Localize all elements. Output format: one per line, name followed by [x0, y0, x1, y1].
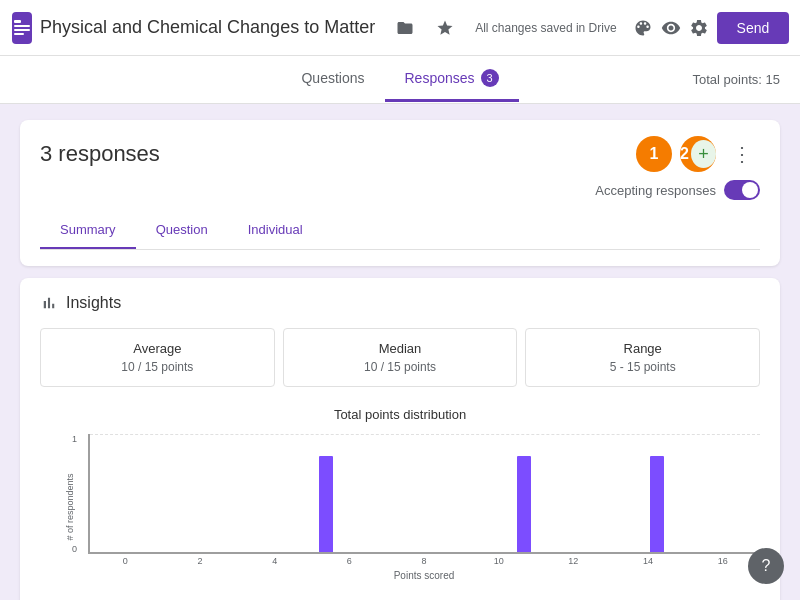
summary-tabs: Summary Question Individual	[40, 212, 760, 250]
median-label: Median	[296, 341, 505, 356]
tab-question[interactable]: Question	[136, 212, 228, 249]
chart-area: 1 0	[88, 434, 760, 554]
average-label: Average	[53, 341, 262, 356]
x-tick-2: 2	[163, 556, 238, 566]
app-logo	[12, 12, 32, 44]
annotation-badge-2[interactable]: 2 +	[680, 136, 716, 172]
bar-col-2	[160, 434, 226, 552]
bar-col-16	[690, 434, 756, 552]
x-tick-12: 12	[536, 556, 611, 566]
svg-rect-2	[14, 29, 30, 31]
total-points: Total points: 15	[693, 72, 780, 87]
response-actions: 1 2 + ⋮	[636, 136, 760, 172]
bar-14	[650, 456, 664, 552]
x-tick-6: 6	[312, 556, 387, 566]
chart-title: Total points distribution	[40, 407, 760, 422]
header-icons	[387, 10, 463, 46]
bar-col-10	[491, 434, 557, 552]
bar-col-0	[94, 434, 160, 552]
star-icon[interactable]	[427, 10, 463, 46]
insights-icon	[40, 294, 58, 312]
annotation-badge-1[interactable]: 1	[636, 136, 672, 172]
response-header: 3 responses 1 2 + ⋮	[40, 136, 760, 172]
bar-col-8	[425, 434, 491, 552]
save-status: All changes saved in Drive	[475, 21, 616, 35]
folder-icon[interactable]	[387, 10, 423, 46]
accepting-toggle[interactable]	[724, 180, 760, 200]
x-tick-4: 4	[237, 556, 312, 566]
range-value: 5 - 15 points	[538, 360, 747, 374]
eye-button[interactable]	[661, 10, 681, 46]
document-title: Physical and Chemical Changes to Matter	[40, 17, 375, 38]
average-value: 10 / 15 points	[53, 360, 262, 374]
chart-wrapper: # of respondents 1 0	[40, 434, 760, 600]
insights-card: Insights Average 10 / 15 points Median 1…	[20, 278, 780, 600]
bar-col-4	[226, 434, 292, 552]
settings-button[interactable]	[689, 10, 709, 46]
svg-rect-1	[14, 25, 30, 27]
y-tick-1: 1	[72, 434, 77, 444]
y-axis-label: # of respondents	[65, 474, 75, 541]
svg-rect-3	[14, 33, 24, 35]
x-tick-14: 14	[611, 556, 686, 566]
accepting-row: Accepting responses	[40, 180, 760, 200]
stats-row: Average 10 / 15 points Median 10 / 15 po…	[40, 328, 760, 387]
accepting-label: Accepting responses	[595, 183, 716, 198]
x-ticks: 0 2 4 6 8 10 12 14 16	[88, 556, 760, 566]
bars-container	[90, 434, 760, 552]
tab-summary[interactable]: Summary	[40, 212, 136, 249]
x-tick-10: 10	[461, 556, 536, 566]
bar-10	[517, 456, 531, 552]
bar-col-12	[557, 434, 623, 552]
tab-responses[interactable]: Responses 3	[385, 57, 519, 102]
bar-col-5	[293, 434, 359, 552]
tab-individual[interactable]: Individual	[228, 212, 323, 249]
insights-title: Insights	[40, 294, 760, 312]
responses-badge: 3	[481, 69, 499, 87]
svg-rect-0	[14, 20, 21, 23]
x-axis-label: Points scored	[88, 570, 760, 581]
range-label: Range	[538, 341, 747, 356]
x-tick-8: 8	[387, 556, 462, 566]
main-content: 3 responses 1 2 + ⋮ Accepting responses …	[0, 104, 800, 600]
stat-average: Average 10 / 15 points	[40, 328, 275, 387]
response-card: 3 responses 1 2 + ⋮ Accepting responses …	[20, 120, 780, 266]
tabs-bar: Questions Responses 3 Total points: 15	[0, 56, 800, 104]
more-menu-button[interactable]: ⋮	[724, 138, 760, 170]
app-header: Physical and Chemical Changes to Matter …	[0, 0, 800, 56]
y-gridline-1	[90, 434, 760, 435]
send-button[interactable]: Send	[717, 12, 790, 44]
x-tick-0: 0	[88, 556, 163, 566]
bar-5	[319, 456, 333, 552]
tab-questions[interactable]: Questions	[281, 58, 384, 101]
response-count: 3 responses	[40, 141, 160, 167]
add-spreadsheet-button[interactable]: +	[691, 140, 716, 168]
help-button[interactable]: ?	[748, 548, 784, 584]
bar-col-6	[359, 434, 425, 552]
stat-median: Median 10 / 15 points	[283, 328, 518, 387]
stat-range: Range 5 - 15 points	[525, 328, 760, 387]
palette-button[interactable]	[633, 10, 653, 46]
bar-col-14	[624, 434, 690, 552]
median-value: 10 / 15 points	[296, 360, 505, 374]
y-tick-0: 0	[72, 544, 77, 554]
